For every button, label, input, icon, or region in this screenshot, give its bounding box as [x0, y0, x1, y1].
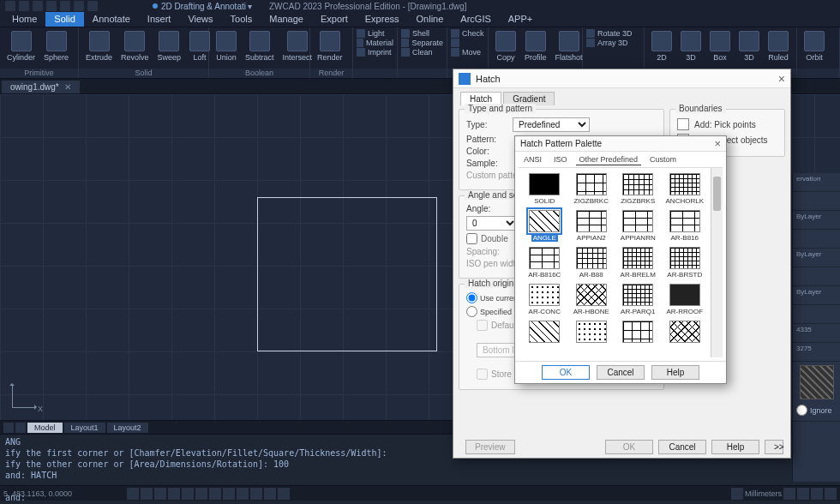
- ribbon-sphere-button[interactable]: Sphere: [40, 29, 72, 63]
- qa-icon[interactable]: [33, 1, 43, 11]
- property-row[interactable]: [793, 305, 840, 324]
- ribbon-box-button[interactable]: Box: [706, 29, 734, 63]
- menu-online[interactable]: Online: [408, 12, 453, 27]
- ignore-radio[interactable]: [796, 405, 807, 416]
- scrollbar-thumb[interactable]: [713, 177, 721, 211]
- pattern-ar-hbone[interactable]: AR-HBONE: [571, 284, 613, 315]
- layout-tab-model[interactable]: Model: [27, 423, 63, 433]
- pick-points-button[interactable]: Add: Pick points: [677, 118, 777, 130]
- ribbon-clean-button[interactable]: Clean: [401, 48, 443, 57]
- ribbon-2d-button[interactable]: 2D: [648, 29, 675, 63]
- status-toggle-icon[interactable]: [783, 488, 795, 500]
- menu-insert[interactable]: Insert: [139, 12, 180, 27]
- menu-arcgis[interactable]: ArcGIS: [452, 12, 499, 27]
- expand-button[interactable]: >>: [765, 440, 783, 454]
- ok-button[interactable]: OK: [542, 365, 590, 380]
- ribbon-shell-button[interactable]: Shell: [401, 29, 443, 38]
- qa-icon[interactable]: [46, 1, 57, 11]
- ribbon-subtract-button[interactable]: Subtract: [242, 29, 278, 63]
- pattern-zigzbrkc[interactable]: ZIGZBRKC: [571, 173, 613, 205]
- type-select[interactable]: Predefined: [513, 117, 590, 132]
- angle-select[interactable]: 0: [466, 216, 518, 231]
- pattern-blank[interactable]: [664, 321, 706, 345]
- menu-app+[interactable]: APP+: [500, 12, 541, 27]
- status-toggle-icon[interactable]: [797, 488, 809, 500]
- close-icon[interactable]: ×: [714, 137, 721, 150]
- palette-tab-ansi[interactable]: ANSI: [520, 154, 545, 165]
- pattern-ar-b816[interactable]: AR-B816: [664, 210, 706, 242]
- ribbon-render-button[interactable]: Render: [314, 29, 346, 63]
- layout-tab-layout1[interactable]: Layout1: [64, 423, 105, 433]
- menu-annotate[interactable]: Annotate: [84, 12, 139, 27]
- pattern-ar-b816c[interactable]: AR-B816C: [524, 247, 566, 279]
- tab-nav-prev-icon[interactable]: [15, 423, 26, 433]
- menu-solid[interactable]: Solid: [45, 12, 83, 27]
- ribbon-3d-button[interactable]: 3D: [735, 29, 763, 63]
- help-button[interactable]: Help: [711, 440, 759, 454]
- status-toggle-icon[interactable]: [141, 488, 153, 500]
- pattern-solid[interactable]: SOLID: [524, 173, 566, 205]
- help-button[interactable]: Help: [651, 365, 699, 380]
- use-current-radio[interactable]: [466, 292, 477, 303]
- ribbon-check-button[interactable]: Check: [451, 29, 484, 38]
- status-toggle-icon[interactable]: [278, 488, 290, 500]
- status-toggle-icon[interactable]: [168, 488, 180, 500]
- qa-icon[interactable]: [5, 1, 15, 11]
- qa-icon[interactable]: [19, 1, 29, 11]
- pattern-ar-b88[interactable]: AR-B88: [571, 247, 613, 279]
- pattern-blank[interactable]: [571, 321, 613, 345]
- pattern-ar-parq1[interactable]: AR-PARQ1: [617, 284, 659, 315]
- hatch-pattern-palette-dialog[interactable]: Hatch Pattern Palette × ANSIISOOther Pre…: [514, 135, 727, 384]
- properties-panel[interactable]: ervationByLayerByLayerByLayer43353275 Ig…: [792, 173, 840, 482]
- qa-icon[interactable]: [87, 1, 98, 11]
- document-tab[interactable]: owing1.dwg* ✕: [2, 81, 80, 93]
- cancel-button[interactable]: Cancel: [658, 440, 706, 454]
- ribbon-rotate-3d-button[interactable]: Rotate 3D: [586, 29, 640, 38]
- ribbon-ruled-button[interactable]: Ruled: [765, 29, 792, 63]
- ribbon-extrude-button[interactable]: Extrude: [82, 29, 116, 63]
- menu-manage[interactable]: Manage: [261, 12, 312, 27]
- dialog-titlebar[interactable]: Hatch ×: [453, 69, 790, 88]
- status-toggle-icon[interactable]: [731, 488, 743, 500]
- property-row[interactable]: [793, 267, 840, 286]
- ok-button[interactable]: OK: [605, 440, 653, 454]
- qa-icon[interactable]: [60, 1, 70, 11]
- ribbon-array-3d-button[interactable]: Array 3D: [586, 39, 640, 47]
- menu-tools[interactable]: Tools: [222, 12, 261, 27]
- ribbon-light-button[interactable]: Light: [357, 29, 393, 38]
- property-row[interactable]: [793, 192, 840, 211]
- palette-titlebar[interactable]: Hatch Pattern Palette ×: [515, 136, 726, 152]
- status-toggle-icon[interactable]: [154, 488, 166, 500]
- ribbon-copy-button[interactable]: Copy: [492, 29, 519, 63]
- layout-tab-layout2[interactable]: Layout2: [107, 423, 148, 433]
- pattern-zigzbrks[interactable]: ZIGZBRKS: [617, 173, 659, 205]
- property-row[interactable]: 4335: [793, 324, 840, 343]
- pattern-ar-conc[interactable]: AR-CONC: [524, 284, 566, 315]
- ribbon-imprint-button[interactable]: Imprint: [357, 48, 393, 57]
- status-toggle-icon[interactable]: [825, 488, 837, 500]
- ribbon-flatshot-button[interactable]: Flatshot: [552, 29, 586, 63]
- property-row[interactable]: ervation: [793, 173, 840, 192]
- qa-icon[interactable]: [74, 1, 84, 11]
- tab-nav-first-icon[interactable]: [3, 423, 14, 433]
- ribbon-union-button[interactable]: Union: [213, 29, 240, 63]
- cancel-button[interactable]: Cancel: [597, 365, 645, 380]
- menu-home[interactable]: Home: [3, 12, 45, 27]
- ribbon-cylinder-button[interactable]: Cylinder: [3, 29, 39, 63]
- palette-tab-other-predefined[interactable]: Other Predefined: [576, 154, 642, 165]
- pattern-ar-rroof[interactable]: AR-RROOF: [664, 284, 706, 315]
- pattern-ar-brstd[interactable]: AR-BRSTD: [664, 247, 706, 279]
- pattern-blank[interactable]: [617, 321, 659, 345]
- status-toggle-icon[interactable]: [223, 488, 235, 500]
- menu-export[interactable]: Export: [312, 12, 357, 27]
- property-row[interactable]: ByLayer: [793, 249, 840, 267]
- ribbon-move-button[interactable]: Move: [451, 48, 484, 57]
- menu-views[interactable]: Views: [179, 12, 221, 27]
- ribbon-material-button[interactable]: Material: [357, 39, 393, 47]
- ribbon-sweep-button[interactable]: Sweep: [154, 29, 185, 63]
- drawn-rectangle[interactable]: [257, 197, 437, 351]
- property-row[interactable]: ByLayer: [793, 211, 840, 230]
- ribbon-item-button[interactable]: [451, 39, 484, 47]
- pattern-ar-brelm[interactable]: AR-BRELM: [617, 247, 659, 279]
- ribbon-profile-button[interactable]: Profile: [521, 29, 550, 63]
